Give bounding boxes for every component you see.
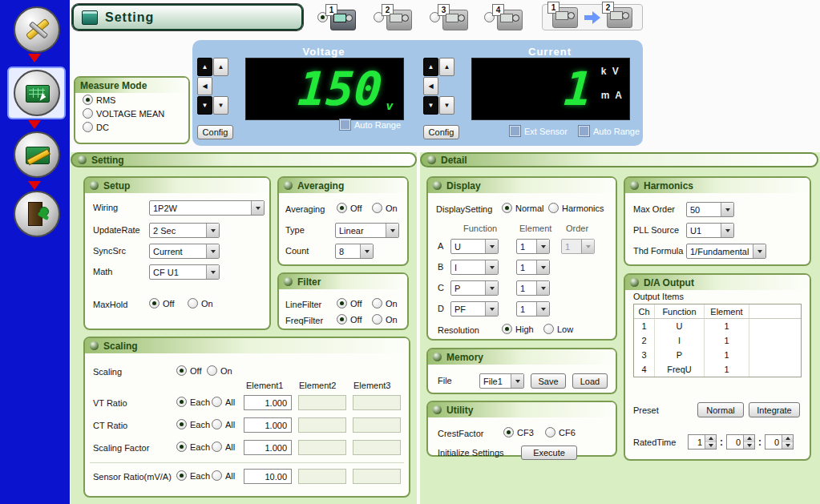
freq-filter-off-radio[interactable]: Off bbox=[337, 314, 362, 325]
vt-ratio-element1-input[interactable]: 1.000 bbox=[244, 395, 292, 410]
cf6-radio[interactable]: CF6 bbox=[545, 427, 576, 437]
scaling-factor-element1-input[interactable]: 1.000 bbox=[244, 440, 292, 455]
file-select[interactable]: File1 bbox=[479, 373, 524, 389]
row-c-label: C bbox=[438, 283, 444, 292]
sheet-settings-icon[interactable] bbox=[14, 131, 60, 178]
tools-icon[interactable] bbox=[14, 6, 60, 53]
range-down-icon[interactable]: ▼ bbox=[423, 96, 438, 115]
load-button[interactable]: Load bbox=[572, 373, 608, 389]
wiring-select[interactable]: 1P2W bbox=[149, 200, 265, 216]
step-up-icon[interactable]: ▲ bbox=[439, 58, 454, 76]
max-hold-on-radio[interactable]: On bbox=[188, 298, 213, 308]
ch-header: Ch bbox=[634, 304, 655, 319]
math-label: Math bbox=[93, 267, 112, 276]
preset-integrate-button[interactable]: Integrate bbox=[749, 402, 800, 417]
scaling-on-radio[interactable]: On bbox=[207, 365, 232, 376]
utility-header: Utility bbox=[428, 402, 616, 417]
step-down-icon[interactable] bbox=[782, 442, 793, 450]
rated-time-hours-stepper[interactable]: 1 bbox=[688, 434, 717, 450]
range-down-icon[interactable]: ▼ bbox=[197, 96, 212, 115]
vt-ratio-all-radio[interactable]: All bbox=[212, 397, 235, 407]
scaling-factor-all-radio[interactable]: All bbox=[212, 442, 235, 452]
ext-sensor-checkbox[interactable]: Ext Sensor bbox=[510, 126, 568, 136]
current-config-button[interactable]: Config bbox=[423, 125, 459, 139]
flow-arrow-icon bbox=[28, 120, 41, 129]
step-down-icon[interactable] bbox=[705, 442, 716, 450]
save-button[interactable]: Save bbox=[531, 373, 566, 389]
range-left-icon[interactable]: ◀ bbox=[197, 77, 212, 95]
current-auto-range-checkbox[interactable]: Auto Range bbox=[579, 126, 640, 136]
function-c-select[interactable]: P bbox=[450, 280, 499, 296]
range-up-icon[interactable]: ▲ bbox=[197, 58, 212, 76]
measure-mode-dc-radio[interactable]: DC bbox=[83, 122, 109, 132]
copy-to-icon: 2 bbox=[607, 7, 632, 28]
averaging-type-select[interactable]: Linear bbox=[335, 223, 399, 238]
math-value: CF U1 bbox=[150, 265, 206, 279]
step-down-icon[interactable] bbox=[744, 442, 754, 450]
vt-ratio-each-radio[interactable]: Each bbox=[176, 397, 210, 407]
function-b-select[interactable]: I bbox=[450, 260, 499, 275]
step-up-icon[interactable] bbox=[705, 435, 716, 442]
step-up-icon[interactable] bbox=[744, 435, 754, 442]
averaging-count-select[interactable]: 8 bbox=[335, 244, 374, 259]
voltage-auto-range-checkbox[interactable]: Auto Range bbox=[340, 119, 401, 130]
measure-settings-icon[interactable] bbox=[14, 70, 60, 116]
scaling-off-radio[interactable]: Off bbox=[176, 365, 201, 376]
sync-src-select[interactable]: Current bbox=[149, 244, 220, 259]
line-filter-off-radio[interactable]: Off bbox=[337, 298, 362, 308]
sensor-ratio-element1-input[interactable]: 10.00 bbox=[244, 469, 292, 484]
max-order-select[interactable]: 50 bbox=[686, 202, 734, 217]
function-d-select[interactable]: PF bbox=[450, 301, 499, 317]
max-hold-off-radio[interactable]: Off bbox=[149, 298, 174, 308]
cell-function: P bbox=[655, 348, 705, 362]
measure-mode-rms-radio[interactable]: RMS bbox=[83, 95, 115, 105]
ct-ratio-each-radio[interactable]: Each bbox=[176, 419, 210, 429]
display-normal-radio[interactable]: Normal bbox=[502, 203, 543, 213]
element-b-select[interactable]: 1 bbox=[516, 260, 550, 275]
step-up-icon[interactable] bbox=[782, 435, 793, 442]
radio-icon bbox=[212, 397, 222, 407]
element-a-select[interactable]: 1 bbox=[516, 239, 550, 254]
update-rate-select[interactable]: 2 Sec bbox=[149, 223, 220, 238]
preset-normal-button[interactable]: Normal bbox=[697, 402, 744, 417]
execute-button[interactable]: Execute bbox=[521, 446, 577, 460]
scaling-factor-each-radio[interactable]: Each bbox=[176, 442, 210, 452]
function-a-select[interactable]: U bbox=[450, 239, 499, 254]
cf3-radio[interactable]: CF3 bbox=[503, 427, 534, 437]
sensor-ratio-each-radio[interactable]: Each bbox=[176, 470, 210, 481]
voltage-config-button[interactable]: Config bbox=[197, 125, 233, 139]
range-left-icon[interactable]: ◀ bbox=[423, 77, 438, 95]
freq-filter-on-radio[interactable]: On bbox=[372, 314, 398, 325]
element1-column-label: Element1 bbox=[246, 381, 283, 390]
instrument-knob bbox=[568, 12, 575, 19]
copy-settings-panel[interactable]: 1 2 bbox=[542, 4, 643, 30]
step-down-icon[interactable]: ▼ bbox=[213, 96, 228, 115]
display-harmonics-radio[interactable]: Harmonics bbox=[548, 203, 604, 213]
averaging-off-radio[interactable]: Off bbox=[337, 203, 362, 213]
element-c-select[interactable]: 1 bbox=[516, 280, 550, 296]
range-up-icon[interactable]: ▲ bbox=[423, 58, 438, 76]
resolution-high-radio[interactable]: High bbox=[502, 324, 534, 334]
measure-mode-voltage-mean-radio[interactable]: VOLTAGE MEAN bbox=[83, 108, 164, 119]
element-d-select[interactable]: 1 bbox=[516, 301, 550, 317]
averaging-on-radio[interactable]: On bbox=[372, 203, 398, 213]
radio-icon bbox=[503, 427, 514, 437]
thd-formula-select[interactable]: 1/Fundamental bbox=[686, 244, 766, 259]
sensor-ratio-all-radio[interactable]: All bbox=[212, 470, 235, 481]
step-down-icon[interactable]: ▼ bbox=[439, 96, 454, 115]
rated-time-minutes-stepper[interactable]: 0 bbox=[726, 434, 755, 450]
crest-factor-label: CrestFactor bbox=[438, 429, 483, 438]
step-up-icon[interactable]: ▲ bbox=[213, 58, 228, 76]
detail-section-header: Detail bbox=[420, 152, 818, 167]
line-filter-on-radio[interactable]: On bbox=[372, 298, 398, 308]
current-unit-ma: m A bbox=[601, 90, 624, 101]
output-items-table[interactable]: Ch Function Element 1 U 1 2 I 1 3 P 1 4 … bbox=[633, 304, 802, 377]
math-select[interactable]: CF U1 bbox=[149, 264, 220, 280]
exit-icon[interactable] bbox=[14, 191, 60, 237]
ct-ratio-element1-input[interactable]: 1.000 bbox=[244, 417, 292, 433]
pll-source-select[interactable]: U1 bbox=[686, 223, 734, 238]
ct-ratio-all-radio[interactable]: All bbox=[212, 419, 235, 429]
resolution-low-radio[interactable]: Low bbox=[543, 324, 573, 334]
rated-time-seconds-stepper[interactable]: 0 bbox=[765, 434, 794, 450]
cell-ch: 1 bbox=[634, 319, 655, 333]
